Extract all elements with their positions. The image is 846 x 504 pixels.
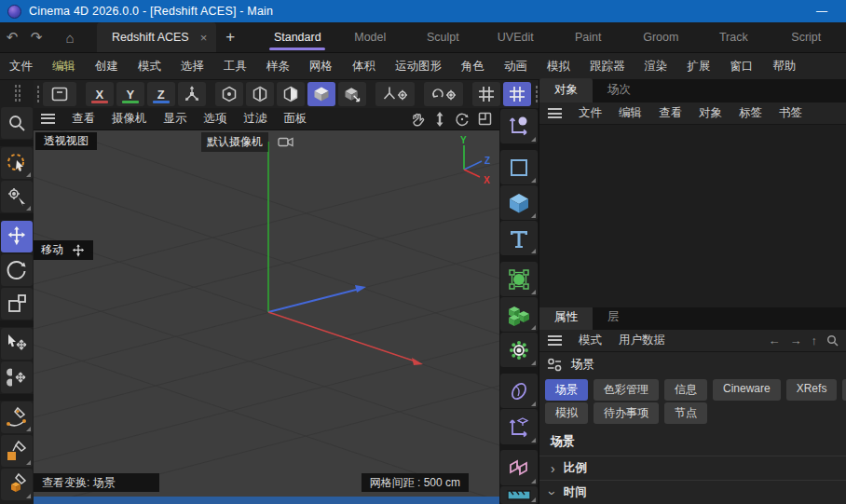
menu-spline[interactable]: 样条 <box>266 59 290 75</box>
live-selection-icon[interactable] <box>1 147 33 179</box>
menu-select[interactable]: 选择 <box>181 59 204 75</box>
menu-mograph[interactable]: 运动图形 <box>395 59 442 75</box>
orbit-rotate-icon[interactable] <box>455 112 470 127</box>
go-up-icon[interactable]: ↑ <box>812 334 818 347</box>
section-scale[interactable]: › 比例 <box>539 456 846 480</box>
om-menu-view[interactable]: 查看 <box>659 105 682 121</box>
tweak-mode-icon[interactable] <box>1 328 33 360</box>
points-mode-icon[interactable] <box>215 82 243 106</box>
viewport-menu-view[interactable]: 查看 <box>72 111 95 127</box>
tab-attributes[interactable]: 属性 <box>539 307 593 330</box>
xpresso-node-icon[interactable] <box>500 450 538 484</box>
pan-hand-icon[interactable] <box>410 112 425 127</box>
attr-tab-todo[interactable]: 待办事项 <box>594 402 659 424</box>
generator-gear-icon[interactable] <box>500 333 538 367</box>
attr-tab-info[interactable]: 信息 <box>664 379 707 401</box>
om-menu-objects[interactable]: 对象 <box>699 105 722 121</box>
toolbar-grip-handle[interactable] <box>35 84 40 104</box>
menu-window[interactable]: 窗口 <box>730 59 754 75</box>
dolly-zoom-icon[interactable] <box>433 112 446 127</box>
view-name-label[interactable]: 透视视图 <box>35 132 97 150</box>
menu-tools[interactable]: 工具 <box>224 59 247 75</box>
workplane-gear-icon[interactable] <box>375 82 415 106</box>
bend-deformer-icon[interactable] <box>500 374 538 408</box>
null-axis-object-icon[interactable] <box>500 409 538 443</box>
text-object-icon[interactable] <box>500 221 538 255</box>
viewport-canvas[interactable]: 透视视图 默认摄像机 Y Z X 移动 查看变换: 场景 网格间距 : 500 … <box>34 130 499 497</box>
palette-grip-handle[interactable] <box>13 83 21 103</box>
menu-render[interactable]: 渲染 <box>645 59 668 75</box>
viewport-menu-cameras[interactable]: 摄像机 <box>112 111 147 127</box>
tool-settings-gear-icon[interactable] <box>1 181 33 212</box>
lock-y-axis-button[interactable]: Y <box>116 82 144 106</box>
search-commander-icon[interactable] <box>1 107 33 139</box>
rotate-tool-icon[interactable] <box>1 254 33 286</box>
menu-volume[interactable]: 体积 <box>352 59 375 75</box>
layout-tab-sculpt[interactable]: Sculpt <box>406 22 479 52</box>
menu-mesh[interactable]: 网格 <box>309 59 333 75</box>
add-tab-button[interactable]: + <box>216 22 244 52</box>
cube-primitive-icon[interactable] <box>500 185 538 220</box>
om-menu-bookmarks[interactable]: 书签 <box>779 105 802 121</box>
rectangle-spline-icon[interactable] <box>1 435 33 467</box>
coordinate-system-icon[interactable] <box>178 82 206 106</box>
maximize-view-icon[interactable] <box>478 112 492 126</box>
menu-edit[interactable]: 编辑 <box>52 59 75 75</box>
normal-move-icon[interactable] <box>1 361 33 393</box>
active-camera-label[interactable]: 默认摄像机 <box>201 132 268 152</box>
layout-tab-script[interactable]: Script <box>770 22 842 52</box>
layout-tab-standard[interactable]: Standard <box>261 22 334 52</box>
document-tab[interactable]: Redshift ACES × <box>97 22 216 52</box>
menu-character[interactable]: 角色 <box>461 59 484 75</box>
viewport-menu-display[interactable]: 显示 <box>164 111 187 127</box>
attr-tab-scene[interactable]: 场景 <box>545 379 588 401</box>
spline-pen-icon[interactable] <box>1 402 33 433</box>
move-tool-icon[interactable] <box>1 221 33 252</box>
close-tab-icon[interactable]: × <box>200 31 208 45</box>
edges-mode-icon[interactable] <box>246 82 274 106</box>
lock-z-axis-button[interactable]: Z <box>147 82 175 106</box>
menu-file[interactable]: 文件 <box>9 59 33 75</box>
scale-tool-icon[interactable] <box>1 288 33 320</box>
tab-takes[interactable]: 场次 <box>593 78 646 102</box>
attr-tab-nodes[interactable]: 节点 <box>664 402 707 424</box>
axis-mode-icon[interactable] <box>338 82 366 106</box>
subdivision-surface-icon[interactable] <box>500 262 538 296</box>
viewport-menu-panel[interactable]: 面板 <box>284 111 307 127</box>
menu-simulate[interactable]: 模拟 <box>547 59 570 75</box>
am-menu-userdata[interactable]: 用户数据 <box>619 333 665 348</box>
viewport-menu-filter[interactable]: 过滤 <box>244 111 267 127</box>
tab-layers[interactable]: 层 <box>593 307 634 330</box>
om-menu-tags[interactable]: 标签 <box>739 105 762 121</box>
stage-object-icon[interactable] <box>500 486 538 504</box>
attr-tab-xrefs[interactable]: XRefs <box>786 379 838 401</box>
layout-tab-paint[interactable]: Paint <box>552 22 624 52</box>
object-manager-hamburger-icon[interactable] <box>548 108 562 118</box>
tab-objects[interactable]: 对象 <box>539 78 593 102</box>
rectangle-spline-tool-icon[interactable] <box>500 150 538 184</box>
menu-tracker[interactable]: 跟踪器 <box>590 59 625 75</box>
layout-tab-model[interactable]: Model <box>334 22 406 52</box>
layout-tab-track[interactable]: Track <box>697 22 770 52</box>
history-forward-icon[interactable]: → <box>790 334 802 347</box>
attr-tab-color-management[interactable]: 色彩管理 <box>594 379 659 401</box>
section-time[interactable]: › 时间 <box>539 480 846 504</box>
volume-builder-icon[interactable] <box>500 297 538 332</box>
menu-extensions[interactable]: 扩展 <box>688 59 711 75</box>
menu-mode[interactable]: 模式 <box>138 59 161 75</box>
layout-tab-uvedit[interactable]: UVEdit <box>479 22 552 52</box>
menu-help[interactable]: 帮助 <box>773 59 797 75</box>
lock-x-axis-button[interactable]: X <box>86 82 114 106</box>
search-icon[interactable] <box>826 334 839 347</box>
undo-icon[interactable]: ↶ <box>0 22 24 52</box>
model-mode-icon[interactable] <box>307 82 335 106</box>
om-menu-edit[interactable]: 编辑 <box>619 105 642 121</box>
menu-animate[interactable]: 动画 <box>504 59 527 75</box>
attr-tab-cineware[interactable]: Cineware <box>713 379 781 401</box>
attribute-manager-hamburger-icon[interactable] <box>548 335 562 346</box>
history-back-icon[interactable]: ← <box>769 334 781 347</box>
viewport-hamburger-icon[interactable] <box>41 114 55 124</box>
camera-icon[interactable] <box>278 136 293 148</box>
home-icon[interactable]: ⌂ <box>56 22 84 52</box>
spline-pen-tool-icon[interactable] <box>500 109 538 143</box>
